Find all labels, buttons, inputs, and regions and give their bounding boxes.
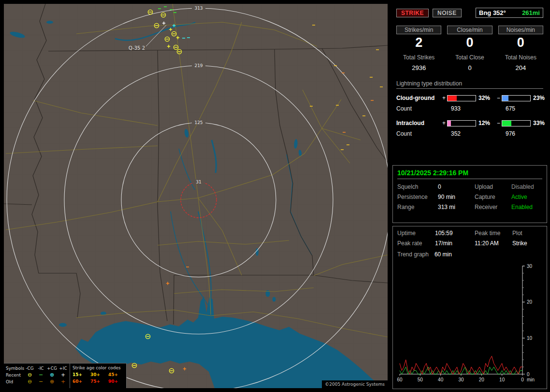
legend-recent-label: Recent xyxy=(6,372,24,378)
legend-age-title: Strike age color codes xyxy=(72,365,126,371)
legend-symbols-block: Symbols -CG -IC +CG +IC Recent ⊖ − ⊕ + O… xyxy=(4,364,70,388)
legend-col-neg-ic: -IC xyxy=(35,365,46,372)
svg-text:20: 20 xyxy=(527,299,533,305)
legend-age-block: Strike age color codes 15+ 30+ 45+ 60+ 7… xyxy=(70,364,126,388)
svg-text:min: min xyxy=(527,377,535,382)
cg-pos-bar xyxy=(447,95,476,101)
uptime-label: Uptime xyxy=(397,230,435,237)
age-45: 45+ xyxy=(108,371,126,378)
svg-text:0: 0 xyxy=(527,372,530,377)
trend-graph-label: Trend graph xyxy=(397,251,429,258)
uptime-value: 105:59 xyxy=(435,230,475,237)
trend-graph: 01020306050403020100min xyxy=(393,263,548,384)
persistence-label: Persistence xyxy=(397,194,438,200)
map-legend: Symbols -CG -IC +CG +IC Recent ⊖ − ⊕ + O… xyxy=(4,363,127,388)
bearing-label: Bng 352° xyxy=(479,9,506,16)
svg-text:40: 40 xyxy=(438,377,444,382)
bearing-range: 261mi xyxy=(522,9,540,16)
bearing-box: Bng 352° 261mi xyxy=(476,8,543,18)
intracloud-count-row: Count 352 976 xyxy=(396,130,543,137)
age-75: 75+ xyxy=(90,378,108,385)
ic-pos-sign: + xyxy=(441,120,447,126)
noise-indicator[interactable]: NOISE xyxy=(433,9,462,17)
datetime-section: 10/21/2025 2:29:16 PM Squelch 0 Upload D… xyxy=(392,165,547,223)
datetime-divider xyxy=(397,179,542,179)
legend-old-label: Old xyxy=(6,378,24,385)
age-15: 15+ xyxy=(72,371,90,378)
neg-ic-recent-icon: − xyxy=(35,372,46,378)
cg-pos-count: 933 xyxy=(447,105,476,112)
strikes-per-min-value: 2 xyxy=(396,35,441,50)
cg-pos-pct: 32% xyxy=(476,95,495,101)
cg-pos-sign: + xyxy=(441,95,447,101)
close-per-min-chip: Close/min xyxy=(447,26,492,34)
persistence-value: 90 min xyxy=(438,194,475,200)
pos-ic-recent-icon: + xyxy=(58,372,69,378)
cg-count-label: Count xyxy=(396,105,441,112)
plot-label: Plot xyxy=(512,230,542,237)
cg-neg-bar-fill xyxy=(502,96,508,101)
legend-col-pos-cg: +CG xyxy=(46,365,58,372)
peak-rate-label: Peak rate xyxy=(397,240,435,247)
legend-symbols-title: Symbols xyxy=(6,365,24,372)
cg-neg-sign: − xyxy=(495,95,502,101)
ic-count-label: Count xyxy=(396,130,441,137)
svg-text:10: 10 xyxy=(499,377,505,382)
noises-per-min-value: 0 xyxy=(498,35,543,50)
peak-rate-value: 17/min xyxy=(435,240,475,247)
cg-pos-bar-fill xyxy=(448,96,457,101)
ic-neg-pct: 33% xyxy=(531,120,548,126)
trend-series-Strikes/min xyxy=(400,356,522,374)
pos-cg-old-icon: ⊕ xyxy=(46,378,58,385)
svg-text:30: 30 xyxy=(527,264,533,269)
datetime-display: 10/21/2025 2:29:16 PM xyxy=(397,169,542,177)
total-noises-value: 204 xyxy=(498,64,543,71)
close-column: Close/min 0 Total Close 0 xyxy=(447,26,492,71)
intracloud-label: Intracloud xyxy=(396,120,441,126)
svg-text:0: 0 xyxy=(521,377,524,382)
trend-window-value: 60 min xyxy=(434,251,452,258)
lightning-map[interactable]: 313 219 125 31 Q-35 2 xyxy=(4,4,388,388)
ic-pos-bar-fill xyxy=(448,121,451,126)
upload-status: Disabled xyxy=(511,183,542,190)
control-panel: STRIKE NOISE Bng 352° 261mi Strikes/min … xyxy=(392,4,547,389)
cg-neg-bar xyxy=(502,95,531,101)
range-value: 313 mi xyxy=(438,204,475,210)
strikes-column: Strikes/min 2 Total Strikes 2936 xyxy=(396,26,441,71)
cloud-ground-row: Cloud-ground + 32% − 23% xyxy=(396,95,543,101)
ring-label-313: 313 xyxy=(194,6,203,11)
peak-time-value: 11:20 AM xyxy=(475,240,512,247)
stats-section: STRIKE NOISE Bng 352° 261mi Strikes/min … xyxy=(392,4,547,162)
range-label: Range xyxy=(397,204,438,210)
total-strikes-label: Total Strikes xyxy=(396,54,441,61)
neg-cg-recent-icon: ⊖ xyxy=(24,372,35,378)
age-30: 30+ xyxy=(90,371,108,378)
legend-col-pos-ic: +IC xyxy=(58,365,69,372)
ring-label-219: 219 xyxy=(194,63,203,68)
strike-indicator[interactable]: STRIKE xyxy=(396,9,429,17)
ic-neg-count: 976 xyxy=(502,130,531,137)
strikes-per-min-chip: Strikes/min xyxy=(396,26,441,34)
ic-pos-bar xyxy=(447,120,476,126)
storm-cell-label: Q-35 2 xyxy=(129,45,145,51)
cloud-ground-label: Cloud-ground xyxy=(396,95,441,101)
capture-label: Capture xyxy=(475,194,511,200)
total-close-label: Total Close xyxy=(447,54,492,61)
ic-pos-count: 352 xyxy=(447,130,476,137)
noises-per-min-chip: Noises/min xyxy=(498,26,543,34)
receiver-status: Enabled xyxy=(511,204,542,210)
total-noises-label: Total Noises xyxy=(498,54,543,61)
map-area[interactable]: 313 219 125 31 Q-35 2 Symbols -CG -IC +C… xyxy=(4,4,388,388)
cloud-ground-count-row: Count 933 675 xyxy=(396,105,543,112)
ic-neg-sign: − xyxy=(495,120,502,126)
svg-text:60: 60 xyxy=(397,377,403,382)
total-strikes-value: 2936 xyxy=(396,64,441,71)
neg-ic-old-icon: − xyxy=(35,378,46,385)
distribution-divider xyxy=(396,88,543,89)
svg-text:50: 50 xyxy=(418,377,423,382)
stormvue-window: 313 219 125 31 Q-35 2 Symbols -CG -IC +C… xyxy=(0,0,550,392)
svg-text:10: 10 xyxy=(527,336,533,341)
peak-time-label: Peak time xyxy=(475,230,512,237)
svg-text:30: 30 xyxy=(458,377,464,382)
age-60: 60+ xyxy=(72,378,90,385)
